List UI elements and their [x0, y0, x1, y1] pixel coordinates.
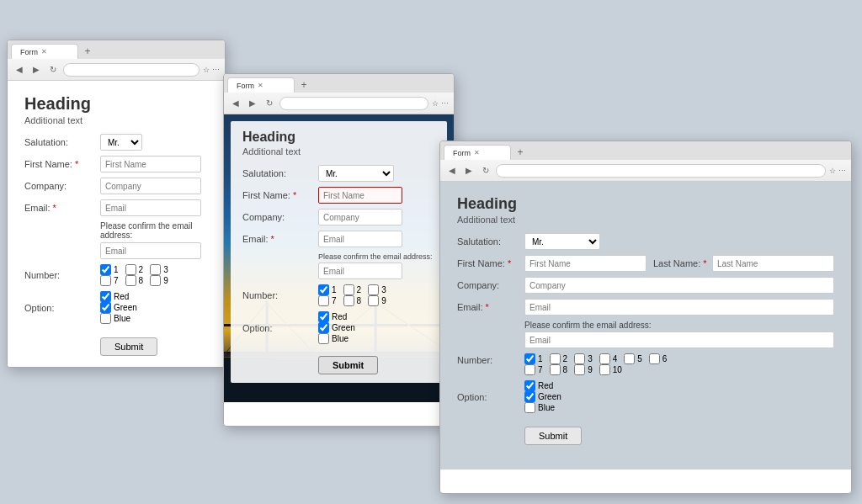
number-row-top-2: 1 2 3 — [318, 284, 391, 295]
menu-icon-2[interactable]: ⋯ — [441, 99, 449, 108]
number-row-top-3: 1 2 3 4 5 6 — [524, 353, 672, 364]
company-input-1[interactable] — [100, 178, 201, 194]
forward-btn-3[interactable]: ▶ — [462, 164, 476, 178]
browser-window-3: Form ✕ + ◀ ▶ ↻ ☆ ⋯ Heading Additional te… — [439, 141, 852, 494]
tab-3-close[interactable]: ✕ — [474, 149, 480, 157]
opt-blue-3[interactable]: Blue — [524, 402, 561, 413]
n2-check-9[interactable]: 9 — [368, 295, 386, 306]
tab-2[interactable]: Form ✕ — [227, 77, 295, 93]
n3-check-6[interactable]: 6 — [649, 353, 668, 364]
company-input-3[interactable] — [524, 277, 834, 294]
opt-green-2[interactable]: Green — [318, 322, 355, 333]
reload-btn-1[interactable]: ↻ — [46, 63, 60, 77]
address-bar-2[interactable] — [279, 97, 428, 110]
number-check-7[interactable]: 7 — [100, 275, 119, 286]
email-label-3: Email: — [457, 302, 524, 312]
confirm-email-input-2[interactable] — [318, 263, 402, 279]
opt-red-3[interactable]: Red — [524, 380, 561, 391]
tab-bar-2: Form ✕ + — [224, 74, 454, 93]
form-content-2: Heading Additional text Salutation: Mr. … — [231, 121, 447, 383]
n2-check-1[interactable]: 1 — [318, 284, 337, 295]
window2-body: Heading Additional text Salutation: Mr. … — [224, 114, 454, 402]
option-red-1[interactable]: Red — [100, 291, 137, 302]
number-check-3[interactable]: 3 — [150, 264, 168, 275]
n2-check-8[interactable]: 8 — [343, 295, 362, 306]
submit-area-1: Submit — [24, 331, 208, 356]
salutation-select-1[interactable]: Mr. Mrs. Ms. — [100, 134, 142, 151]
lastname-input-3[interactable] — [712, 255, 834, 272]
company-label-3: Company: — [457, 280, 524, 290]
firstname-input-3[interactable] — [524, 255, 646, 272]
opt-red-2[interactable]: Red — [318, 311, 355, 322]
forward-btn-2[interactable]: ▶ — [246, 97, 259, 110]
reload-btn-3[interactable]: ↻ — [479, 164, 492, 178]
option-blue-1[interactable]: Blue — [100, 313, 137, 324]
number-check-1[interactable]: 1 — [100, 264, 119, 275]
star-icon-1[interactable]: ☆ — [203, 66, 210, 74]
salutation-select-2[interactable]: Mr. Mrs. — [318, 165, 394, 182]
n3-check-2[interactable]: 2 — [550, 353, 568, 364]
n3-check-7[interactable]: 7 — [524, 364, 543, 375]
firstname-input-1[interactable] — [100, 156, 201, 172]
new-tab-2[interactable]: + — [296, 77, 311, 93]
number-check-2[interactable]: 2 — [125, 264, 144, 275]
confirm-email-row-1 — [24, 242, 208, 259]
n2-check-7[interactable]: 7 — [318, 295, 337, 306]
address-bar-3[interactable] — [496, 164, 826, 178]
forward-btn-1[interactable]: ▶ — [29, 63, 43, 77]
new-tab-3[interactable]: + — [513, 145, 528, 160]
submit-btn-1[interactable]: Submit — [100, 337, 157, 356]
reload-btn-2[interactable]: ↻ — [263, 97, 276, 110]
tab-1-label: Form — [20, 48, 38, 56]
company-input-2[interactable] — [318, 209, 402, 225]
n3-check-9[interactable]: 9 — [574, 364, 593, 375]
tab-1-close[interactable]: ✕ — [41, 48, 47, 56]
tab-1[interactable]: Form ✕ — [11, 44, 78, 59]
star-icon-3[interactable]: ☆ — [829, 167, 836, 175]
n2-check-3[interactable]: 3 — [368, 284, 386, 295]
name-row-3: First Name: Last Name: — [457, 255, 834, 272]
n3-check-5[interactable]: 5 — [624, 353, 642, 364]
menu-icon-1[interactable]: ⋯ — [212, 66, 220, 74]
number-checkboxes-2: 1 2 3 7 8 9 — [318, 284, 391, 306]
n2-check-2[interactable]: 2 — [343, 284, 362, 295]
email-input-1[interactable] — [100, 199, 201, 216]
back-btn-1[interactable]: ◀ — [13, 63, 26, 77]
n3-check-10[interactable]: 10 — [599, 364, 622, 375]
n3-check-8[interactable]: 8 — [550, 364, 568, 375]
opt-green-3[interactable]: Green — [524, 391, 561, 402]
confirm-email-input-1[interactable] — [100, 242, 201, 259]
email-row-3: Email: — [457, 299, 834, 316]
number-check-8[interactable]: 8 — [125, 275, 144, 286]
n3-check-3[interactable]: 3 — [574, 353, 593, 364]
tab-3[interactable]: Form ✕ — [444, 145, 511, 160]
back-btn-3[interactable]: ◀ — [445, 164, 459, 178]
toolbar-1: ◀ ▶ ↻ ☆ ⋯ — [8, 59, 225, 81]
salutation-label-3: Salutation: — [457, 236, 524, 247]
email-input-3[interactable] — [524, 299, 834, 316]
heading-2: Heading — [242, 130, 435, 145]
n3-check-4[interactable]: 4 — [599, 353, 618, 364]
salutation-select-3[interactable]: Mr. Mrs. — [524, 233, 600, 250]
submit-area-3: Submit — [524, 420, 834, 445]
submit-btn-3[interactable]: Submit — [524, 427, 582, 445]
company-row-1: Company: — [24, 178, 208, 194]
confirm-email-input-3[interactable] — [524, 332, 834, 348]
firstname-input-2[interactable] — [318, 187, 402, 204]
form-content-3: Heading Additional text Salutation: Mr. … — [440, 182, 851, 470]
back-btn-2[interactable]: ◀ — [229, 97, 242, 110]
email-input-2[interactable] — [318, 231, 402, 247]
browser-window-2: Form ✕ + ◀ ▶ ↻ ☆ ⋯ — [223, 73, 455, 427]
tab-2-close[interactable]: ✕ — [258, 82, 263, 89]
new-tab-1[interactable]: + — [80, 44, 95, 59]
tab-bar-1: Form ✕ + — [8, 40, 225, 59]
opt-blue-2[interactable]: Blue — [318, 333, 355, 344]
email-row-2: Email: — [242, 231, 435, 247]
number-check-9[interactable]: 9 — [150, 275, 168, 286]
address-bar-1[interactable] — [63, 63, 200, 77]
n3-check-1[interactable]: 1 — [524, 353, 543, 364]
menu-icon-3[interactable]: ⋯ — [838, 167, 846, 175]
star-icon-2[interactable]: ☆ — [432, 99, 439, 108]
submit-btn-2[interactable]: Submit — [318, 356, 378, 374]
option-green-1[interactable]: Green — [100, 302, 137, 313]
